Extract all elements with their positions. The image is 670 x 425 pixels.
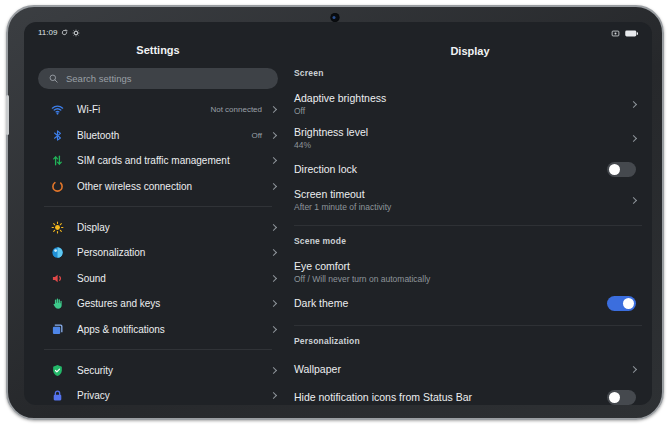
sidebar-item-label: Other wireless connection <box>77 181 271 192</box>
sidebar-item-gestures-and-keys[interactable]: Gestures and keys <box>32 291 284 317</box>
setting-label: Adaptive brightness <box>294 92 631 105</box>
section-divider <box>294 225 642 226</box>
wireless-other-icon <box>50 180 64 194</box>
setting-label: Screen timeout <box>294 188 631 201</box>
toggle-knob <box>609 164 620 175</box>
chevron-right-icon <box>270 392 277 399</box>
sidebar-item-personalization[interactable]: Personalization <box>32 240 284 266</box>
chevron-right-icon <box>270 249 277 256</box>
sidebar-item-bluetooth[interactable]: BluetoothOff <box>32 123 284 149</box>
screen: 11:09 Settings Search settings Wi-FiNot … <box>24 22 652 405</box>
sidebar-item-sound[interactable]: Sound <box>32 266 284 292</box>
wifi-icon <box>50 103 64 117</box>
setting-row-eye-comfort[interactable]: Eye comfortOff / Will never turn on auto… <box>294 255 646 289</box>
setting-label: Direction lock <box>294 163 607 176</box>
chevron-right-icon <box>630 365 637 372</box>
security-icon <box>50 363 64 377</box>
sound-icon <box>50 271 64 285</box>
sidebar-item-label: Privacy <box>77 390 271 401</box>
setting-label: Eye comfort <box>294 260 636 273</box>
section-header-scene-mode: Scene mode <box>294 236 646 247</box>
setting-label: Dark theme <box>294 297 607 310</box>
settings-sidebar: Settings Search settings Wi-FiNot connec… <box>32 22 284 405</box>
chevron-right-icon <box>270 300 277 307</box>
gestures-icon <box>50 297 64 311</box>
sidebar-divider <box>44 206 272 207</box>
sidebar-item-other-wireless-connection[interactable]: Other wireless connection <box>32 174 284 200</box>
sidebar-item-label: Sound <box>77 273 271 284</box>
setting-label: Wallpaper <box>294 363 631 376</box>
chevron-right-icon <box>270 224 277 231</box>
setting-label: Brightness level <box>294 126 631 139</box>
search-input[interactable]: Search settings <box>38 68 278 89</box>
chevron-right-icon <box>270 157 277 164</box>
setting-value: Off <box>294 106 631 117</box>
section-header-personalization: Personalization <box>294 336 646 347</box>
setting-value: After 1 minute of inactivity <box>294 202 631 213</box>
side-button <box>6 95 9 135</box>
bluetooth-icon <box>50 128 64 142</box>
sidebar-item-sim-cards-and-traffic-management[interactable]: SIM cards and traffic management <box>32 148 284 174</box>
sidebar-item-label: Gestures and keys <box>77 298 271 309</box>
setting-value: 44% <box>294 140 631 151</box>
setting-row-hide-notification-icons-from-status-bar[interactable]: Hide notification icons from Status Bar <box>294 383 646 405</box>
sidebar-item-label: Display <box>77 222 271 233</box>
chevron-right-icon <box>630 134 637 141</box>
display-icon <box>50 220 64 234</box>
chevron-right-icon <box>270 326 277 333</box>
sidebar-item-label: SIM cards and traffic management <box>77 155 271 166</box>
section-divider <box>294 325 642 326</box>
sidebar-item-apps-notifications[interactable]: Apps & notifications <box>32 317 284 343</box>
hide-notification-icons-from-status-bar-toggle[interactable] <box>607 390 636 405</box>
sidebar-item-label: Wi-Fi <box>77 104 210 115</box>
sidebar-item-security[interactable]: Security <box>32 357 284 383</box>
setting-row-wallpaper[interactable]: Wallpaper <box>294 355 646 383</box>
sidebar-divider <box>44 349 272 350</box>
dark-theme-toggle[interactable] <box>607 296 636 311</box>
chevron-right-icon <box>270 132 277 139</box>
setting-row-adaptive-brightness[interactable]: Adaptive brightnessOff <box>294 87 646 121</box>
chevron-right-icon <box>270 367 277 374</box>
setting-value: Off / Will never turn on automatically <box>294 274 636 285</box>
toggle-knob <box>623 298 634 309</box>
sidebar-item-label: Bluetooth <box>77 130 251 141</box>
sidebar-item-wi-fi[interactable]: Wi-FiNot connected <box>32 97 284 123</box>
setting-row-screen-timeout[interactable]: Screen timeoutAfter 1 minute of inactivi… <box>294 183 646 217</box>
direction-lock-toggle[interactable] <box>607 162 636 177</box>
apps-icon <box>50 323 64 337</box>
sidebar-item-privacy[interactable]: Privacy <box>32 383 284 405</box>
section-header-screen: Screen <box>294 68 646 79</box>
sidebar-item-label: Security <box>77 365 271 376</box>
search-icon <box>48 70 59 88</box>
sidebar-item-value: Off <box>251 131 262 140</box>
setting-row-direction-lock[interactable]: Direction lock <box>294 155 646 183</box>
display-settings-panel: Display ScreenAdaptive brightnessOffBrig… <box>294 22 646 405</box>
sidebar-item-label: Apps & notifications <box>77 324 271 335</box>
chevron-right-icon <box>270 275 277 282</box>
setting-row-brightness-level[interactable]: Brightness level44% <box>294 121 646 155</box>
sidebar-item-value: Not connected <box>210 105 262 114</box>
front-camera <box>331 13 340 22</box>
chevron-right-icon <box>630 100 637 107</box>
page-title: Display <box>294 44 646 58</box>
sidebar-item-label: Personalization <box>77 247 271 258</box>
toggle-knob <box>609 392 620 403</box>
setting-label: Hide notification icons from Status Bar <box>294 391 607 404</box>
chevron-right-icon <box>630 196 637 203</box>
personalization-icon <box>50 246 64 260</box>
sidebar-item-display[interactable]: Display <box>32 214 284 240</box>
chevron-right-icon <box>270 183 277 190</box>
privacy-icon <box>50 389 64 403</box>
traffic-icon <box>50 154 64 168</box>
tablet-frame: 11:09 Settings Search settings Wi-FiNot … <box>6 5 664 420</box>
search-placeholder: Search settings <box>66 73 131 84</box>
setting-row-dark-theme[interactable]: Dark theme <box>294 289 646 317</box>
chevron-right-icon <box>270 106 277 113</box>
sidebar-title: Settings <box>32 43 284 57</box>
